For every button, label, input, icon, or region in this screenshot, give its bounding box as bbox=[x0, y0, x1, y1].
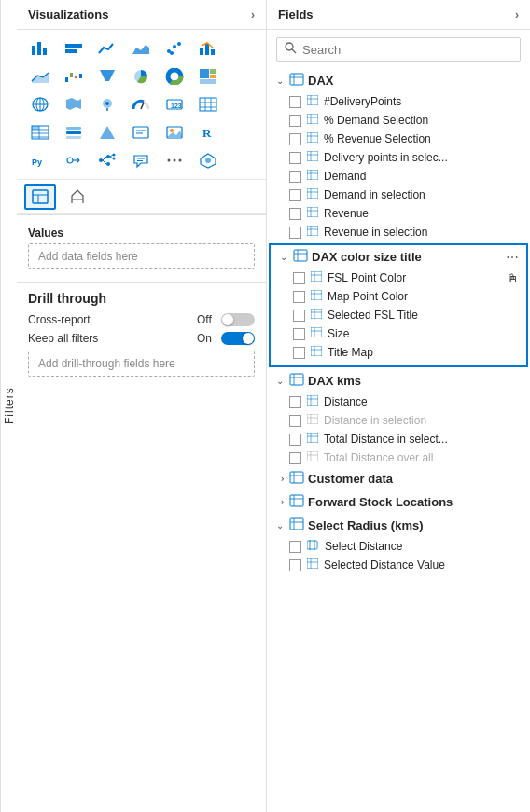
viz-icon-line-chart[interactable] bbox=[91, 35, 123, 62]
field-row-demand[interactable]: Demand bbox=[267, 167, 530, 186]
viz-icon-line-area[interactable] bbox=[24, 63, 56, 89]
field-checkbox-fsl-point-color[interactable] bbox=[293, 272, 305, 284]
field-row-revenue-in-selection[interactable]: Revenue in selection bbox=[267, 223, 530, 241]
viz-icon-combo-chart[interactable] bbox=[192, 35, 224, 62]
viz-icon-waterfall[interactable] bbox=[58, 63, 90, 89]
group-header-dax-color-size-title[interactable]: ⌄ DAX color size title ⋯ bbox=[271, 245, 526, 268]
field-row-selected-fsl-title[interactable]: Selected FSL Title bbox=[271, 306, 526, 324]
group-items-dax-kms: Distance Distance in selection Total Dis… bbox=[267, 392, 530, 467]
svg-rect-4 bbox=[65, 49, 77, 53]
svg-rect-3 bbox=[65, 44, 82, 48]
field-checkbox-distance[interactable] bbox=[289, 396, 301, 408]
viz-icon-column-chart[interactable] bbox=[58, 35, 90, 62]
field-row-demand-selection[interactable]: % Demand Selection bbox=[267, 111, 530, 130]
search-input[interactable] bbox=[302, 43, 512, 57]
field-checkbox-distance-in-selection[interactable] bbox=[289, 415, 301, 427]
group-header-fsl[interactable]: ⌄ Forward Stock Locations bbox=[267, 490, 530, 514]
svg-rect-157 bbox=[307, 558, 318, 569]
group-header-dax-kms[interactable]: ⌄ DAX kms bbox=[267, 369, 530, 392]
cross-report-track[interactable] bbox=[221, 313, 255, 326]
filters-tab[interactable]: Filters bbox=[0, 0, 17, 812]
viz-icon-filled-map[interactable] bbox=[58, 91, 90, 117]
field-row-distance-in-selection[interactable]: Distance in selection bbox=[267, 411, 530, 430]
field-row-total-distance-all[interactable]: Total Distance over all bbox=[267, 448, 530, 467]
field-checkbox-demand-in-selection[interactable] bbox=[289, 189, 301, 201]
field-row-size[interactable]: Size bbox=[271, 324, 526, 343]
field-row-map-point-color[interactable]: Map Point Color bbox=[271, 287, 526, 306]
field-row-distance[interactable]: Distance bbox=[267, 392, 530, 411]
field-row-fsl-point-color[interactable]: FSL Point Color 🖱 bbox=[271, 268, 526, 287]
group-header-customer-data[interactable]: ⌄ Customer data bbox=[267, 467, 530, 490]
field-checkbox-demand[interactable] bbox=[289, 171, 301, 183]
field-row-total-distance-select[interactable]: Total Distance in select... bbox=[267, 430, 530, 448]
field-checkbox-title-map[interactable] bbox=[293, 347, 305, 359]
field-row-demand-in-selection[interactable]: Demand in selection bbox=[267, 186, 530, 204]
keep-filters-track[interactable] bbox=[221, 332, 255, 345]
viz-icon-smart-narrative[interactable] bbox=[125, 147, 157, 173]
field-row-selected-distance-value[interactable]: Selected Distance Value bbox=[267, 556, 530, 574]
field-checkbox-revenue[interactable] bbox=[289, 208, 301, 220]
viz-icon-custom[interactable] bbox=[192, 147, 224, 173]
viz-icon-text-box[interactable] bbox=[125, 119, 157, 145]
field-checkbox-delivery-points[interactable] bbox=[289, 96, 301, 108]
field-checkbox-selected-fsl-title[interactable] bbox=[293, 310, 305, 322]
cross-report-toggle[interactable]: Off bbox=[197, 313, 255, 326]
keep-filters-toggle[interactable]: On bbox=[197, 332, 255, 345]
add-data-fields-box[interactable]: Add data fields here bbox=[28, 243, 255, 269]
field-checkbox-total-distance-all[interactable] bbox=[289, 452, 301, 464]
field-name-demand: Demand bbox=[324, 170, 366, 183]
field-checkbox-revenue-selection[interactable] bbox=[289, 133, 301, 145]
field-type-icon-total-distance-select bbox=[307, 433, 318, 446]
viz-icon-python[interactable]: Py bbox=[24, 147, 56, 173]
field-row-title-map[interactable]: Title Map bbox=[271, 343, 526, 362]
field-row-revenue-selection[interactable]: % Revenue Selection bbox=[267, 130, 530, 148]
viz-icon-area-chart[interactable] bbox=[125, 35, 157, 62]
group-ellipsis-dax-color-size[interactable]: ⋯ bbox=[506, 250, 519, 265]
viz-icon-bar-chart[interactable] bbox=[24, 35, 56, 62]
visualizations-expand-arrow[interactable]: › bbox=[251, 8, 255, 21]
add-drillthrough-fields-box[interactable]: Add drill-through fields here bbox=[28, 351, 255, 377]
viz-icon-donut-chart[interactable] bbox=[159, 63, 190, 89]
viz-icon-azure-map[interactable] bbox=[91, 91, 123, 117]
field-checkbox-select-distance[interactable] bbox=[289, 541, 301, 553]
svg-rect-24 bbox=[210, 75, 216, 78]
field-checkbox-demand-selection[interactable] bbox=[289, 115, 301, 127]
group-header-dax[interactable]: ⌄ DAX bbox=[267, 69, 530, 92]
field-name-total-distance-select: Total Distance in select... bbox=[324, 433, 448, 446]
field-row-revenue[interactable]: Revenue bbox=[267, 204, 530, 223]
viz-icon-key-influencers[interactable] bbox=[58, 147, 90, 173]
viz-icon-funnel[interactable] bbox=[91, 63, 123, 89]
viz-icon-fields-bucket[interactable] bbox=[24, 184, 56, 210]
viz-icon-card[interactable]: 123 bbox=[159, 91, 190, 117]
viz-icon-gauge[interactable] bbox=[125, 91, 157, 117]
viz-icon-slicer[interactable] bbox=[58, 119, 90, 145]
group-header-select-radius[interactable]: ⌄ Select Radius (kms) bbox=[267, 514, 530, 537]
field-checkbox-delivery-points-selec[interactable] bbox=[289, 152, 301, 164]
viz-icon-pie-chart[interactable] bbox=[125, 63, 157, 89]
field-checkbox-revenue-in-selection[interactable] bbox=[289, 227, 301, 239]
viz-icon-table[interactable] bbox=[192, 91, 224, 117]
field-checkbox-total-distance-select[interactable] bbox=[289, 434, 301, 446]
viz-icon-ellipsis[interactable] bbox=[159, 147, 190, 173]
viz-icon-image[interactable] bbox=[159, 119, 190, 145]
viz-icon-r-visual[interactable]: R bbox=[192, 119, 224, 145]
drillthrough-section: Drill through Cross-report Off Keep all … bbox=[17, 282, 266, 390]
viz-icon-format-bucket[interactable] bbox=[62, 184, 93, 210]
viz-icon-decomp-tree[interactable] bbox=[91, 147, 123, 173]
field-checkbox-size[interactable] bbox=[293, 328, 305, 340]
fields-expand-arrow[interactable]: › bbox=[515, 8, 519, 21]
svg-rect-1 bbox=[37, 42, 41, 55]
field-row-select-distance[interactable]: Select Distance bbox=[267, 537, 530, 556]
field-checkbox-selected-distance-value[interactable] bbox=[289, 559, 301, 571]
values-label: Values bbox=[28, 227, 255, 240]
viz-icon-shape[interactable] bbox=[91, 119, 123, 145]
viz-icon-scatter-chart[interactable] bbox=[159, 35, 190, 62]
search-box[interactable] bbox=[276, 37, 521, 62]
viz-icon-treemap[interactable] bbox=[192, 63, 224, 89]
viz-icon-matrix[interactable] bbox=[24, 119, 56, 145]
svg-rect-13 bbox=[65, 77, 68, 82]
viz-icon-map[interactable] bbox=[24, 91, 56, 117]
field-row-delivery-points-selec[interactable]: Delivery points in selec... bbox=[267, 148, 530, 167]
field-row-delivery-points[interactable]: #DeliveryPoints bbox=[267, 92, 530, 111]
field-checkbox-map-point-color[interactable] bbox=[293, 291, 305, 303]
